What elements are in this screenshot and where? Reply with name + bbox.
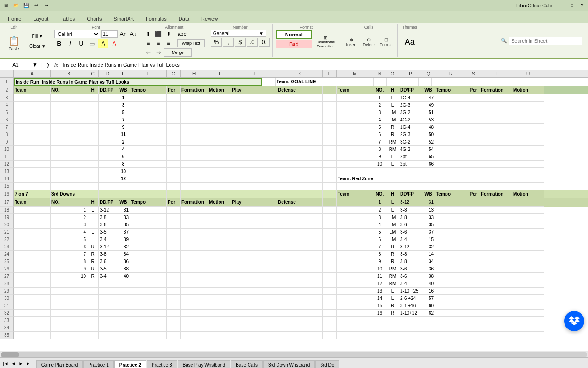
tab-data[interactable]: Data: [173, 14, 195, 23]
table-cell[interactable]: [512, 102, 544, 109]
table-cell[interactable]: 39: [117, 236, 130, 243]
table-cell[interactable]: [480, 146, 512, 153]
decimal-inc-btn[interactable]: .0: [247, 38, 258, 47]
table-cell[interactable]: R: [87, 251, 99, 258]
table-cell[interactable]: [231, 109, 277, 116]
table-cell[interactable]: [480, 116, 512, 124]
table-cell[interactable]: [480, 214, 512, 221]
table-cell[interactable]: R: [87, 243, 99, 251]
table-cell[interactable]: [467, 251, 480, 258]
table-cell[interactable]: [337, 146, 373, 153]
table-cell[interactable]: [323, 310, 337, 317]
table-cell[interactable]: 51: [422, 109, 435, 116]
table-cell[interactable]: 2-6 +24: [399, 295, 422, 302]
table-cell[interactable]: [231, 161, 277, 168]
table-cell[interactable]: [51, 109, 87, 116]
table-cell[interactable]: [208, 273, 231, 280]
table-cell[interactable]: 3-12: [399, 243, 422, 251]
table-cell[interactable]: [435, 161, 467, 168]
table-cell[interactable]: [99, 161, 117, 168]
cell-B17[interactable]: NO.: [51, 198, 87, 207]
cell-I2[interactable]: Motion: [208, 86, 231, 94]
table-cell[interactable]: [14, 138, 51, 146]
cell-K16[interactable]: [277, 190, 323, 198]
table-cell[interactable]: [337, 116, 373, 124]
cell-U2[interactable]: Motion: [512, 86, 544, 94]
table-cell[interactable]: [386, 332, 399, 339]
cell-I17[interactable]: Motion: [208, 198, 231, 207]
table-cell[interactable]: [117, 324, 130, 332]
cell-I16[interactable]: [208, 190, 231, 198]
indent-decrease-btn[interactable]: ⇐: [144, 48, 153, 57]
table-cell[interactable]: [480, 102, 512, 109]
table-cell[interactable]: [208, 288, 231, 295]
table-cell[interactable]: [167, 146, 181, 153]
table-cell[interactable]: 3-8: [99, 251, 117, 258]
table-cell[interactable]: [87, 280, 99, 288]
table-cell[interactable]: [512, 214, 544, 221]
table-cell[interactable]: [435, 295, 467, 302]
table-cell[interactable]: [99, 94, 117, 102]
table-cell[interactable]: [14, 102, 51, 109]
table-cell[interactable]: 3-8: [399, 207, 422, 214]
table-cell[interactable]: [399, 168, 422, 175]
table-cell[interactable]: 6: [51, 243, 87, 251]
table-cell[interactable]: 33: [117, 214, 130, 221]
table-cell[interactable]: [181, 265, 208, 273]
font-grow-btn[interactable]: A↑: [119, 30, 128, 38]
table-cell[interactable]: 7: [117, 116, 130, 124]
table-cell[interactable]: [435, 146, 467, 153]
table-cell[interactable]: 36: [117, 258, 130, 265]
table-cell[interactable]: 34: [422, 258, 435, 265]
qa-open-btn[interactable]: 📂: [12, 1, 20, 10]
table-cell[interactable]: 3-5: [99, 229, 117, 236]
table-cell[interactable]: [337, 207, 373, 214]
table-cell[interactable]: [337, 317, 373, 324]
table-cell[interactable]: [167, 302, 181, 310]
table-cell[interactable]: [167, 168, 181, 175]
table-cell[interactable]: 3-5: [99, 265, 117, 273]
cell-O17[interactable]: L: [386, 198, 399, 207]
table-cell[interactable]: [435, 116, 467, 124]
table-cell[interactable]: [167, 229, 181, 236]
table-cell[interactable]: [130, 236, 167, 243]
table-cell[interactable]: [480, 109, 512, 116]
cell-E16[interactable]: [117, 190, 130, 198]
cell-Q17[interactable]: 31: [422, 198, 435, 207]
table-cell[interactable]: 40: [422, 280, 435, 288]
table-cell[interactable]: [51, 175, 87, 183]
align-left-btn[interactable]: ≡: [144, 39, 153, 47]
cell-H15[interactable]: [181, 183, 208, 190]
qa-save-btn[interactable]: 💾: [22, 1, 30, 10]
table-cell[interactable]: L: [87, 221, 99, 229]
table-cell[interactable]: [277, 161, 323, 168]
table-cell[interactable]: [51, 280, 87, 288]
table-cell[interactable]: [512, 280, 544, 288]
col-D[interactable]: D: [99, 70, 117, 77]
table-cell[interactable]: [512, 229, 544, 236]
table-cell[interactable]: [467, 258, 480, 265]
table-cell[interactable]: [277, 168, 323, 175]
table-cell[interactable]: [99, 310, 117, 317]
table-cell[interactable]: [181, 131, 208, 138]
table-cell[interactable]: [87, 146, 99, 153]
cell-T16[interactable]: Formation: [480, 190, 512, 198]
cell-C15[interactable]: [87, 183, 99, 190]
conditional-formatting-btn[interactable]: ⊞ Conditional Formatting: [314, 30, 337, 54]
table-cell[interactable]: 38: [117, 265, 130, 273]
table-cell[interactable]: 7: [373, 138, 386, 146]
table-cell[interactable]: [99, 153, 117, 161]
cell-G15[interactable]: [167, 183, 181, 190]
cell-ref-box[interactable]: [2, 61, 29, 69]
table-cell[interactable]: 3G-2: [399, 109, 422, 116]
cell-P15[interactable]: [399, 183, 422, 190]
table-cell[interactable]: [87, 102, 99, 109]
table-cell[interactable]: [231, 229, 277, 236]
table-cell[interactable]: [435, 265, 467, 273]
table-cell[interactable]: [208, 168, 231, 175]
table-cell[interactable]: [99, 288, 117, 295]
table-cell[interactable]: [231, 236, 277, 243]
maximize-btn[interactable]: □: [568, 1, 576, 10]
table-cell[interactable]: [117, 288, 130, 295]
table-cell[interactable]: [480, 207, 512, 214]
